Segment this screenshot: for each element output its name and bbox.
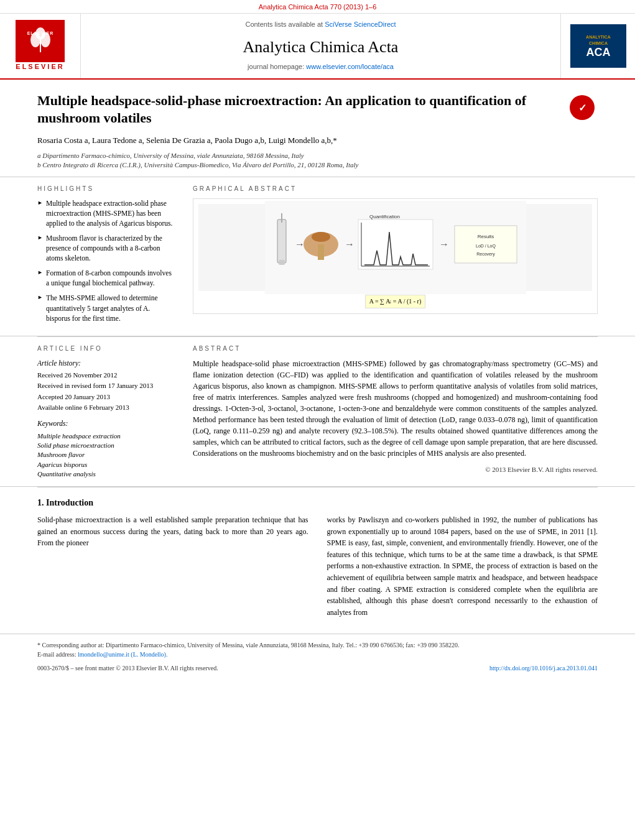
article-info-col: ARTICLE INFO Article history: Received 2…	[37, 344, 174, 479]
highlight-item-2: Mushroom flavor is characterized by the …	[37, 233, 174, 263]
email-label: E-mail address:	[37, 651, 76, 658]
svg-text:LoD / LoQ: LoD / LoQ	[476, 244, 496, 249]
graphical-abstract-col: GRAPHICAL ABSTRACT →	[193, 185, 598, 328]
graphical-abstract-box: → → Qua	[193, 198, 598, 314]
intro-col-right: works by Pawliszyn and co-workers publis…	[327, 514, 598, 618]
svg-point-5	[35, 27, 45, 40]
crossmark-box: ✓	[567, 92, 598, 120]
svg-text:Recovery: Recovery	[476, 252, 495, 257]
abstract-col: ABSTRACT Multiple headspace-solid phase …	[193, 344, 598, 479]
keyword-3: Mushroom flavor	[37, 450, 174, 459]
elsevier-logo: ELSEVIER ELSEVIER	[16, 20, 64, 72]
info-abstract-layout: ARTICLE INFO Article history: Received 2…	[37, 344, 598, 479]
abstract-text: Multiple headspace-solid phase microextr…	[193, 358, 598, 459]
highlight-item-1: Multiple headspace extraction-solid phas…	[37, 198, 174, 228]
journal-title-area: Contents lists available at SciVerse Sci…	[81, 14, 560, 78]
intro-columns: Solid-phase microextraction is a well es…	[37, 514, 598, 618]
highlight-item-3: Formation of 8-carbon compounds involves…	[37, 268, 174, 288]
sciverse-text: Contents lists available at	[245, 21, 323, 28]
svg-text:→: →	[439, 239, 449, 249]
intro-col-left: Solid-phase microextraction is a well es…	[37, 514, 308, 618]
elsevier-text: ELSEVIER	[16, 62, 64, 72]
highlights-label: HIGHLIGHTS	[37, 185, 174, 193]
svg-rect-20	[358, 219, 433, 269]
svg-point-18	[312, 232, 330, 242]
top-bar: Analytica Chimica Acta 770 (2013) 1–6	[0, 0, 635, 13]
highlight-item-4: The MHS-SPME allowed to determine quanti…	[37, 293, 174, 323]
keyword-5: Quantitative analysis	[37, 469, 174, 479]
article-title: Multiple headspace-solid-phase microextr…	[37, 92, 554, 127]
svg-text:ANALYTICA: ANALYTICA	[586, 35, 611, 39]
elsevier-logo-top: ELSEVIER	[16, 20, 64, 62]
received-revised-date: Received in revised form 17 January 2013	[37, 381, 174, 390]
keyword-2: Solid phase microextraction	[37, 441, 174, 450]
article-title-row: Multiple headspace-solid-phase microextr…	[37, 92, 598, 127]
two-col-layout: HIGHLIGHTS Multiple headspace extraction…	[37, 185, 598, 328]
top-bar-text: Analytica Chimica Acta 770 (2013) 1–6	[259, 3, 377, 11]
intro-text-right: works by Pawliszyn and co-workers publis…	[327, 514, 598, 618]
svg-rect-17	[318, 244, 324, 260]
keywords-label: Keywords:	[37, 418, 174, 428]
homepage-url[interactable]: www.elsevier.com/locate/aca	[306, 63, 394, 70]
section-heading-1: 1. Introduction	[37, 497, 598, 509]
svg-rect-13	[281, 213, 282, 223]
received-date: Received 26 November 2012	[37, 371, 174, 380]
section-title: Introduction	[46, 498, 93, 507]
svg-text:Quantification: Quantification	[369, 214, 400, 219]
article-authors: Rosaria Costa a, Laura Tedone a, Selenia…	[37, 135, 598, 146]
footnote-star: * Corresponding author at: Dipartimento …	[37, 640, 598, 650]
svg-text:→: →	[345, 239, 355, 249]
svg-text:✓: ✓	[578, 103, 586, 113]
article-header: Multiple headspace-solid-phase microextr…	[0, 80, 635, 177]
issn-line: 0003-2670/$ – see front matter © 2013 El…	[37, 664, 218, 673]
aca-logo-box: ANALYTICA CHIMICA ACA	[560, 14, 635, 78]
affiliation-b: b Centro Integrato di Ricerca (C.I.R.), …	[37, 160, 598, 170]
keywords-section: Keywords: Multiple headspace extraction …	[37, 418, 174, 479]
highlights-list: Multiple headspace extraction-solid phas…	[37, 198, 174, 323]
article-info-label: ARTICLE INFO	[37, 344, 174, 353]
header-content: ELSEVIER ELSEVIER Contents lists availab…	[0, 13, 635, 78]
svg-text:Results: Results	[477, 234, 494, 239]
page-container: Analytica Chimica Acta 770 (2013) 1–6 EL…	[0, 0, 635, 679]
aca-logo: ANALYTICA CHIMICA ACA	[570, 24, 626, 68]
doi-line: http://dx.doi.org/10.1016/j.aca.2013.01.…	[489, 664, 598, 673]
history-label: Article history:	[37, 358, 174, 368]
main-content: 1. Introduction Solid-phase microextract…	[0, 487, 635, 627]
graphical-abstract-img: → → Qua	[198, 204, 592, 291]
copyright-line: © 2013 Elsevier B.V. All rights reserved…	[193, 465, 598, 474]
journal-main-title: Analytica Chimica Acta	[243, 36, 399, 58]
keywords-list: Multiple headspace extraction Solid phas…	[37, 432, 174, 479]
affiliation-a: a Dipartimento Farmaco-chimico, Universi…	[37, 151, 598, 160]
footer-bottom: 0003-2670/$ – see front matter © 2013 El…	[37, 664, 598, 673]
homepage-text: journal homepage:	[248, 63, 304, 70]
page-footer: * Corresponding author at: Dipartimento …	[0, 634, 635, 679]
keyword-1: Multiple headspace extraction	[37, 432, 174, 441]
svg-rect-12	[277, 219, 286, 263]
svg-text:→: →	[295, 239, 305, 249]
graphical-abstract-formula: A = ∑ Aᵢ = A / (1 - r)	[365, 295, 425, 308]
highlights-section: HIGHLIGHTS Multiple headspace extraction…	[0, 177, 635, 336]
crossmark-icon: ✓	[570, 95, 595, 120]
section-number: 1.	[37, 498, 44, 507]
online-date: Available online 6 February 2013	[37, 403, 174, 412]
footnote-email: E-mail address: lmondello@unime.it (L. M…	[37, 650, 598, 659]
article-info-section: ARTICLE INFO Article history: Received 2…	[0, 337, 635, 487]
footer-footnotes: * Corresponding author at: Dipartimento …	[37, 640, 598, 659]
intro-text-left: Solid-phase microextraction is a well es…	[37, 514, 308, 549]
svg-text:ACA: ACA	[586, 46, 610, 58]
keyword-4: Agaricus bisporus	[37, 460, 174, 469]
svg-text:CHIMICA: CHIMICA	[589, 41, 608, 45]
doi-link[interactable]: http://dx.doi.org/10.1016/j.aca.2013.01.…	[489, 665, 598, 672]
graphical-abstract-label: GRAPHICAL ABSTRACT	[193, 185, 598, 193]
sciverse-anchor[interactable]: SciVerse ScienceDirect	[325, 21, 396, 28]
elsevier-logo-box: ELSEVIER ELSEVIER	[0, 14, 81, 78]
abstract-label: ABSTRACT	[193, 344, 598, 353]
accepted-date: Accepted 20 January 2013	[37, 392, 174, 402]
article-history: Article history: Received 26 November 20…	[37, 358, 174, 413]
author-affiliations: a Dipartimento Farmaco-chimico, Universi…	[37, 151, 598, 170]
svg-rect-14	[279, 260, 285, 265]
email-link[interactable]: lmondello@unime.it (L. Mondello).	[78, 651, 167, 658]
sciverse-link: Contents lists available at SciVerse Sci…	[245, 20, 396, 29]
journal-header: Analytica Chimica Acta 770 (2013) 1–6 EL…	[0, 0, 635, 80]
highlights-col: HIGHLIGHTS Multiple headspace extraction…	[37, 185, 174, 328]
